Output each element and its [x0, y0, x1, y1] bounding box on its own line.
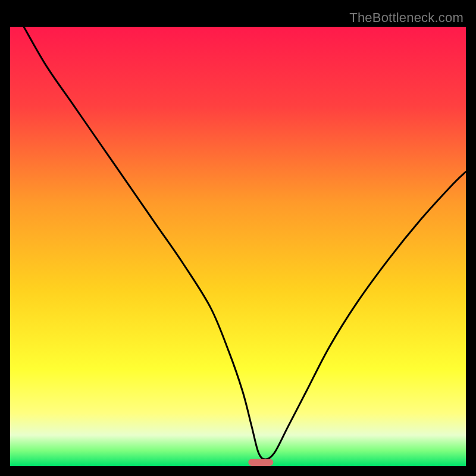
chart-plot: [10, 27, 466, 466]
chart-svg: [10, 27, 466, 466]
optimal-marker: [248, 459, 273, 466]
watermark-text: TheBottleneck.com: [349, 10, 464, 26]
chart-frame: TheBottleneck.com: [10, 10, 466, 466]
